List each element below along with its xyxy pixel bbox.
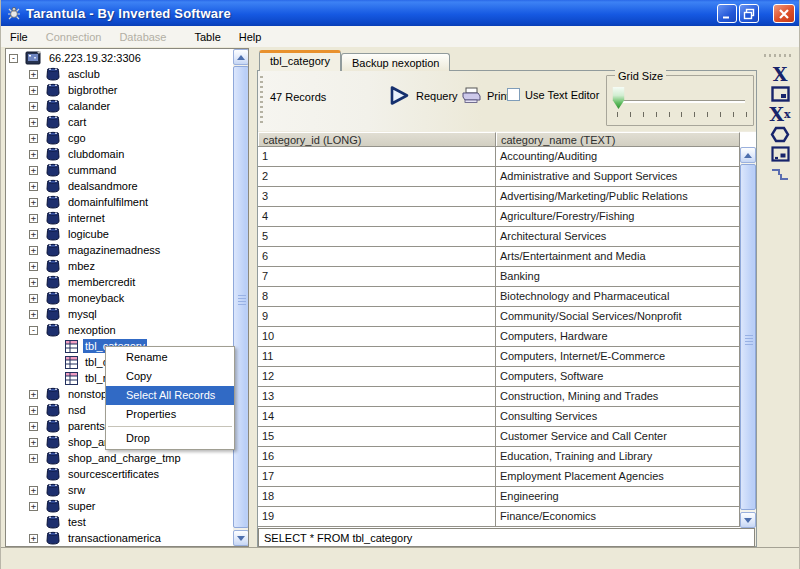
scroll-down-button[interactable] [740, 512, 756, 528]
grid-row[interactable]: 8Biotechnology and Pharmaceutical [258, 287, 740, 307]
cell-category-name[interactable]: Administrative and Support Services [496, 167, 740, 186]
grid-row[interactable]: 2Administrative and Support Services [258, 167, 740, 187]
grid-row[interactable]: 18Engineering [258, 487, 740, 507]
cell-category-id[interactable]: 19 [258, 507, 496, 526]
tree-item-magazinemadness[interactable]: +magazinemadness [29, 242, 162, 258]
cell-category-name[interactable]: Construction, Mining and Trades [496, 387, 740, 406]
grid-row[interactable]: 7Banking [258, 267, 740, 287]
cell-category-id[interactable]: 15 [258, 427, 496, 446]
cell-category-name[interactable]: Finance/Economics [496, 507, 740, 526]
context-menu-item-properties[interactable]: Properties [106, 405, 234, 424]
tree-item-domainfulfilment[interactable]: +domainfulfilment [29, 194, 150, 210]
grid-row[interactable]: 17Employment Placement Agencies [258, 467, 740, 487]
checkbox-box[interactable] [507, 88, 520, 101]
form-properties-icon[interactable] [767, 144, 793, 164]
tree-item-logicube[interactable]: +logicube [29, 226, 111, 242]
cell-category-name[interactable]: Customer Service and Call Center [496, 427, 740, 446]
tree-item-nexoption[interactable]: -nexoption [29, 322, 118, 338]
toolbar-gripper[interactable] [260, 76, 263, 124]
cell-category-id[interactable]: 16 [258, 447, 496, 466]
scroll-up-button[interactable] [740, 147, 756, 163]
cell-category-id[interactable]: 3 [258, 187, 496, 206]
collapse-minus-icon[interactable]: - [9, 54, 18, 63]
grid-size-slider-thumb[interactable] [612, 87, 625, 109]
tree-item-dealsandmore[interactable]: +dealsandmore [29, 178, 140, 194]
expand-plus-icon[interactable]: + [29, 102, 38, 111]
grid-row[interactable]: 3Advertising/Marketing/Public Relations [258, 187, 740, 207]
tree-item-sourcescertificates[interactable]: sourcescertificates [29, 466, 161, 482]
cell-category-id[interactable]: 17 [258, 467, 496, 486]
context-menu-item-drop[interactable]: Drop [106, 429, 234, 448]
cell-category-name[interactable]: Computers, Software [496, 367, 740, 386]
expand-plus-icon[interactable]: + [29, 454, 38, 463]
close-button[interactable] [773, 4, 795, 23]
cell-category-name[interactable]: Advertising/Marketing/Public Relations [496, 187, 740, 206]
cell-category-name[interactable]: Consulting Services [496, 407, 740, 426]
cell-category-id[interactable]: 12 [258, 367, 496, 386]
hexagon-icon[interactable] [767, 124, 793, 144]
tree-item-cummand[interactable]: +cummand [29, 162, 118, 178]
cell-category-id[interactable]: 18 [258, 487, 496, 506]
context-menu-item-select-all-records[interactable]: Select All Records [106, 386, 234, 405]
expand-plus-icon[interactable]: + [29, 150, 38, 159]
grid-row[interactable]: 15Customer Service and Call Center [258, 427, 740, 447]
grid-row[interactable]: 1Accounting/Auditing [258, 147, 740, 167]
grid-row[interactable]: 19Finance/Economics [258, 507, 740, 527]
tree-item-moneyback[interactable]: +moneyback [29, 290, 126, 306]
cell-category-id[interactable]: 11 [258, 347, 496, 366]
sql-status-bar[interactable]: SELECT * FROM tbl_category [258, 528, 755, 547]
requery-button[interactable]: Requery [388, 85, 458, 106]
tree-item-tbl_r[interactable]: tbl_r [65, 370, 108, 386]
expand-plus-icon[interactable]: + [29, 230, 38, 239]
expand-plus-icon[interactable]: + [29, 422, 38, 431]
grid-scrollbar[interactable] [740, 147, 756, 528]
cell-category-id[interactable]: 8 [258, 287, 496, 306]
tree-item-tbl_c[interactable]: tbl_c [65, 354, 110, 370]
scroll-thumb[interactable] [233, 66, 249, 528]
grid-row[interactable]: 5Architectural Services [258, 227, 740, 247]
scroll-up-button[interactable] [233, 49, 249, 65]
expand-plus-icon[interactable]: + [29, 502, 38, 511]
expand-plus-icon[interactable]: + [29, 118, 38, 127]
grid-size-slider-track[interactable] [619, 100, 745, 103]
scroll-thumb[interactable] [740, 164, 756, 510]
cell-category-name[interactable]: Agriculture/Forestry/Fishing [496, 207, 740, 226]
tree-item-66.223.19.32:3306[interactable]: -66.223.19.32:3306 [9, 50, 143, 66]
cell-category-id[interactable]: 13 [258, 387, 496, 406]
cell-category-id[interactable]: 2 [258, 167, 496, 186]
title-bar[interactable]: Tarantula - By Inverted Software [1, 0, 799, 26]
tree-item-mbez[interactable]: +mbez [29, 258, 97, 274]
tree-item-internet[interactable]: +internet [29, 210, 107, 226]
expand-plus-icon[interactable]: + [29, 486, 38, 495]
tree-scrollbar[interactable] [233, 49, 249, 546]
expand-plus-icon[interactable]: + [29, 70, 38, 79]
expand-plus-icon[interactable]: + [29, 262, 38, 271]
cell-category-name[interactable]: Biotechnology and Pharmaceutical [496, 287, 740, 306]
tree-item-shop_and_charge_tmp[interactable]: +shop_and_charge_tmp [29, 450, 183, 466]
foreign-key-icon[interactable] [767, 164, 793, 184]
cell-category-id[interactable]: 6 [258, 247, 496, 266]
tree-item-asclub[interactable]: +asclub [29, 66, 102, 82]
minimize-button[interactable] [717, 4, 737, 23]
cell-category-name[interactable]: Computers, Hardware [496, 327, 740, 346]
grid-row[interactable]: 16Education, Training and Library [258, 447, 740, 467]
expand-plus-icon[interactable]: + [29, 438, 38, 447]
tab-tbl_category[interactable]: tbl_category [259, 50, 341, 71]
expand-plus-icon[interactable]: + [29, 406, 38, 415]
grid-row[interactable]: 9Community/Social Services/Nonprofit [258, 307, 740, 327]
tree-item-super[interactable]: +super [29, 498, 98, 514]
menu-item-file[interactable]: File [1, 28, 37, 46]
cell-category-name[interactable]: Architectural Services [496, 227, 740, 246]
cell-category-id[interactable]: 14 [258, 407, 496, 426]
xx-icon[interactable]: Xx [767, 104, 793, 124]
cell-category-name[interactable]: Arts/Entertainment and Media [496, 247, 740, 266]
cell-category-name[interactable]: Accounting/Auditing [496, 147, 740, 166]
cell-category-id[interactable]: 5 [258, 227, 496, 246]
side-toolbar-gripper[interactable] [764, 54, 792, 57]
tree-item-cart[interactable]: +cart [29, 114, 88, 130]
cell-category-name[interactable]: Computers, Internet/E-Commerce [496, 347, 740, 366]
cell-category-id[interactable]: 10 [258, 327, 496, 346]
expand-plus-icon[interactable]: + [29, 86, 38, 95]
use-text-editor-checkbox[interactable]: Use Text Editor [507, 88, 599, 101]
tree-item-srw[interactable]: +srw [29, 482, 87, 498]
